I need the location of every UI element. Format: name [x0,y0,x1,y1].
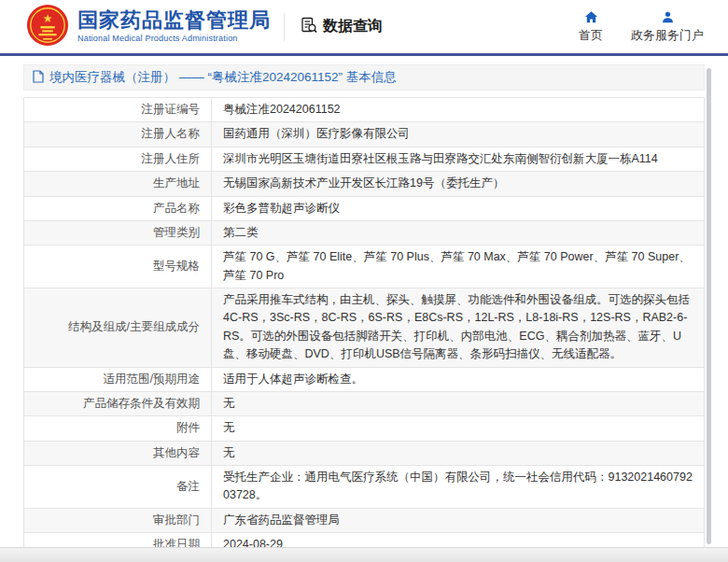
row-value: 第二类 [211,221,704,245]
detail-table: 注册证编号 粤械注准20242061152 注册人名称 国药通用（深圳）医疗影像… [23,97,705,562]
row-value: 无 [211,442,704,465]
row-label-text: 其他内容 [153,444,200,462]
row-label-text: 结构及组成/主要组成成分 [68,318,200,336]
row-value: 国药通用（深圳）医疗影像有限公司 [211,122,704,146]
row-value: 彩色多普勒超声诊断仪 [211,197,704,220]
row-label: 生产地址 [24,172,211,195]
row-label-text: 生产地址 [153,175,200,192]
national-emblem-logo: ★ [26,4,69,50]
row-label-text: 备注 [176,478,200,496]
brand[interactable]: ★ 国家药品监督管理局 National Medical Products Ad… [26,4,271,50]
row-value: 受托生产企业：通用电气医疗系统（中国）有限公司，统一社会信用代码：9132021… [211,466,704,508]
vertical-scrollbar[interactable] [707,68,711,544]
org-name-cn: 国家药品监督管理局 [77,9,271,32]
row-label: 其他内容 [24,442,211,465]
table-row: 注册证编号 粤械注准20242061152 [24,98,704,122]
row-value: 深圳市光明区玉塘街道田寮社区根玉路与田寮路交汇处东南侧智衍创新大厦一栋A114 [211,148,704,171]
row-label-text: 适用范围/预期用途 [104,371,200,388]
data-query-link[interactable]: 数据查询 [300,16,383,38]
row-label: 结构及组成/主要组成成分 [24,288,211,367]
row-value: 无 [211,392,704,415]
svg-text:★: ★ [42,12,52,25]
row-label-text: 产品储存条件及有效期 [83,395,200,413]
brand-text: 国家药品监督管理局 National Medical Products Admi… [77,9,271,44]
header-divider [284,13,285,41]
nav-home[interactable]: 首页 [579,10,603,44]
table-row: 附件 无 [24,416,704,441]
table-row: 生产地址 无锡国家高新技术产业开发区长江路19号（委托生产） [24,172,704,196]
row-label-text: 审批部门 [153,512,200,529]
row-label-text: 型号规格 [153,258,200,275]
nav-gov-service-portal[interactable]: 政务服务门户 [631,10,704,44]
row-label-text: 附件 [176,419,200,437]
main-content: 境内医疗器械（注册） —— “粤械注准20242061152” 基本信息 注册证… [0,56,728,562]
row-value: 适用于人体超声诊断检查。 [211,368,704,391]
org-name-en: National Medical Products Administration [77,35,271,44]
row-label: 产品储存条件及有效期 [24,392,211,415]
row-value: 产品采用推车式结构，由主机、探头、触摸屏、功能选件和外围设备组成。可选的探头包括… [211,288,704,367]
table-row: 结构及组成/主要组成成分 产品采用推车式结构，由主机、探头、触摸屏、功能选件和外… [24,288,704,368]
top-nav: 首页 政务服务门户 [579,10,704,44]
row-label: 备注 [24,466,211,508]
row-label-text: 注册人名称 [142,125,201,143]
row-label: 型号规格 [24,246,211,288]
row-label: 适用范围/预期用途 [24,368,211,391]
row-value: 粤械注准20242061152 [211,98,704,121]
page-footer-strip [0,547,728,562]
table-row: 产品名称 彩色多普勒超声诊断仪 [24,197,704,221]
page-title: 境内医疗器械（注册） —— “粤械注准20242061152” 基本信息 [49,69,397,86]
document-icon [33,70,44,86]
row-label: 管理类别 [24,221,211,245]
row-label: 注册证编号 [24,98,211,121]
row-label-text: 管理类别 [153,224,200,242]
home-icon [584,10,598,24]
table-row: 注册人住所 深圳市光明区玉塘街道田寮社区根玉路与田寮路交汇处东南侧智衍创新大厦一… [24,148,704,172]
row-label: 注册人名称 [24,122,211,146]
row-label: 产品名称 [24,197,211,220]
row-value: 无锡国家高新技术产业开发区长江路19号（委托生产） [211,172,704,195]
document-search-icon [300,16,318,38]
user-icon [661,10,675,24]
nav-gov-service-portal-label: 政务服务门户 [631,27,704,44]
row-label: 审批部门 [24,509,211,532]
row-label: 注册人住所 [24,148,211,171]
table-row: 注册人名称 国药通用（深圳）医疗影像有限公司 [24,122,704,147]
row-value: 广东省药品监督管理局 [211,509,704,532]
data-query-label: 数据查询 [323,17,383,36]
table-row: 备注 受托生产企业：通用电气医疗系统（中国）有限公司，统一社会信用代码：9132… [24,466,704,509]
table-row: 产品储存条件及有效期 无 [24,392,704,416]
row-label-text: 注册人住所 [142,150,201,168]
nav-home-label: 首页 [579,27,603,44]
row-label-text: 产品名称 [153,200,200,218]
table-row: 审批部门 广东省药品监督管理局 [24,509,704,533]
row-value: 芦笙 70 G、芦笙 70 Elite、芦笙 70 Plus、芦笙 70 Max… [211,246,704,288]
row-label: 附件 [24,416,211,440]
site-header: ★ 国家药品监督管理局 National Medical Products Ad… [0,0,728,56]
table-row: 适用范围/预期用途 适用于人体超声诊断检查。 [24,368,704,392]
row-value: 无 [211,416,704,440]
table-row: 管理类别 第二类 [24,221,704,246]
table-row: 其他内容 无 [24,442,704,466]
page-title-bar: 境内医疗器械（注册） —— “粤械注准20242061152” 基本信息 [23,64,705,91]
table-row: 型号规格 芦笙 70 G、芦笙 70 Elite、芦笙 70 Plus、芦笙 7… [24,246,704,288]
row-label-text: 注册证编号 [142,101,201,119]
